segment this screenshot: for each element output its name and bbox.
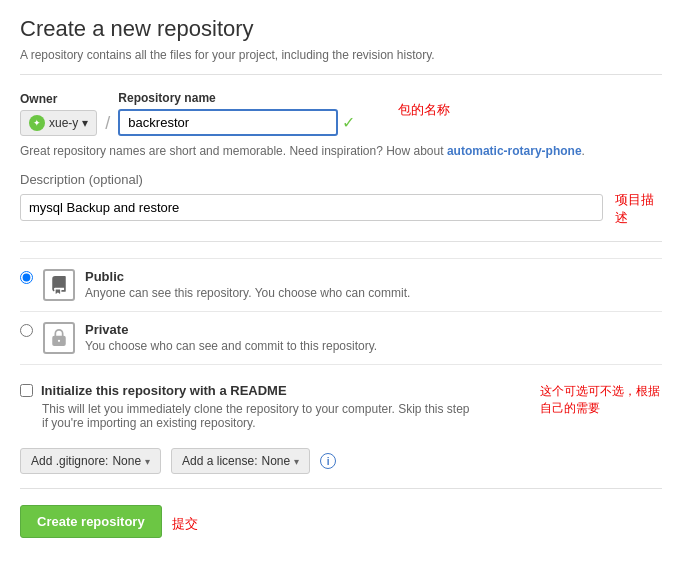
visibility-section: Public Anyone can see this repository. Y… — [20, 258, 662, 365]
description-input[interactable] — [20, 194, 603, 221]
public-radio[interactable] — [20, 271, 33, 284]
repo-name-label: Repository name — [118, 91, 355, 105]
license-dropdown[interactable]: Add a license: None ▾ — [171, 448, 310, 474]
private-radio[interactable] — [20, 324, 33, 337]
divider-1 — [20, 74, 662, 75]
repo-name-field: Repository name ✓ 包的名称 — [118, 91, 355, 136]
annotation-repo-name: 包的名称 — [398, 101, 450, 119]
divider-2 — [20, 241, 662, 242]
owner-field: Owner ✦ xue-y ▾ — [20, 92, 97, 136]
owner-repo-row: Owner ✦ xue-y ▾ / Repository name ✓ 包的名称 — [20, 91, 662, 136]
info-icon[interactable]: i — [320, 453, 336, 469]
repo-name-hint: Great repository names are short and mem… — [20, 144, 662, 158]
init-label: Initialize this repository with a README — [41, 383, 287, 398]
license-label: Add a license: — [182, 454, 257, 468]
submit-row: Create repository 提交 — [20, 505, 662, 542]
owner-dropdown[interactable]: ✦ xue-y ▾ — [20, 110, 97, 136]
annotation-description: 项目描述 — [615, 191, 662, 227]
license-value: None — [261, 454, 290, 468]
description-label: Description (optional) — [20, 172, 662, 187]
public-option-text: Public Anyone can see this repository. Y… — [85, 269, 410, 300]
public-option: Public Anyone can see this repository. Y… — [20, 258, 662, 311]
owner-avatar: ✦ — [29, 115, 45, 131]
slash-divider: / — [105, 113, 110, 134]
repo-name-input[interactable] — [118, 109, 338, 136]
owner-arrow-icon: ▾ — [82, 116, 88, 130]
init-section: Initialize this repository with a README… — [20, 371, 662, 448]
private-desc: You choose who can see and commit to thi… — [85, 339, 377, 353]
owner-value: xue-y — [49, 116, 78, 130]
init-checkbox-row: Initialize this repository with a README — [20, 383, 470, 398]
owner-label: Owner — [20, 92, 97, 106]
create-repo-button[interactable]: Create repository — [20, 505, 162, 538]
private-icon — [43, 322, 75, 354]
gitignore-value: None — [112, 454, 141, 468]
public-icon — [43, 269, 75, 301]
description-section: Description (optional) 项目描述 — [20, 172, 662, 227]
public-desc: Anyone can see this repository. You choo… — [85, 286, 410, 300]
page-subtitle: A repository contains all the files for … — [20, 48, 662, 62]
page-title: Create a new repository — [20, 16, 662, 42]
gitignore-label: Add .gitignore: — [31, 454, 108, 468]
gitignore-arrow-icon: ▾ — [145, 456, 150, 467]
init-checkbox[interactable] — [20, 384, 33, 397]
private-option: Private You choose who can see and commi… — [20, 311, 662, 365]
gitignore-dropdown[interactable]: Add .gitignore: None ▾ — [20, 448, 161, 474]
init-desc: This will let you immediately clone the … — [42, 402, 470, 430]
valid-check-icon: ✓ — [342, 113, 355, 132]
private-label: Private — [85, 322, 128, 337]
private-option-text: Private You choose who can see and commi… — [85, 322, 377, 353]
divider-3 — [20, 488, 662, 489]
suggestion-link[interactable]: automatic-rotary-phone — [447, 144, 582, 158]
license-arrow-icon: ▾ — [294, 456, 299, 467]
dropdown-row: Add .gitignore: None ▾ Add a license: No… — [20, 448, 662, 474]
public-label: Public — [85, 269, 124, 284]
annotation-submit: 提交 — [172, 515, 198, 533]
annotation-init: 这个可选可不选，根据自己的需要 — [540, 383, 662, 417]
